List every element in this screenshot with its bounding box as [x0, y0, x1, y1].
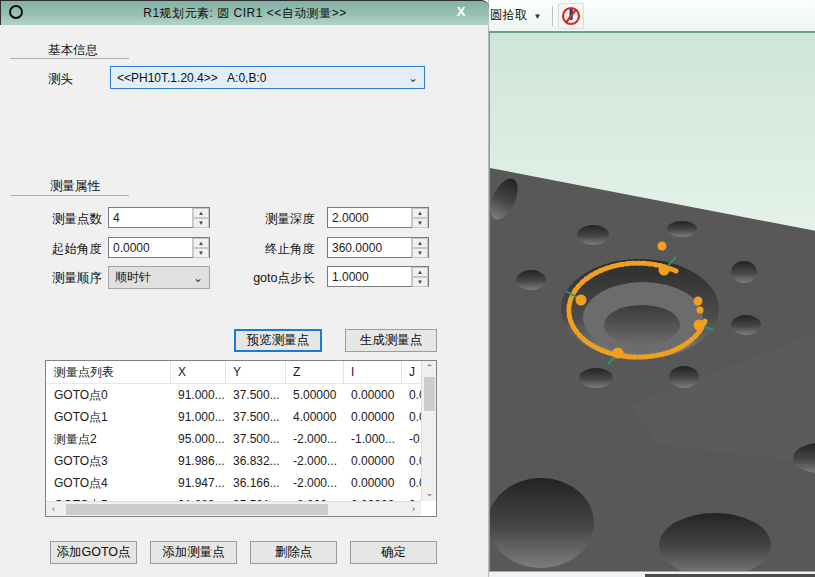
main-app-pane: 圆拾取 ▼ — [489, 0, 815, 577]
spin-up-icon[interactable]: ▲ — [193, 208, 209, 218]
chevron-down-icon[interactable]: ⌄ — [193, 273, 203, 283]
cell-y: 37.500... — [225, 388, 285, 402]
cell-z: 5.00000 — [285, 388, 343, 402]
spin-up-icon[interactable]: ▲ — [412, 267, 428, 277]
table-header-row[interactable]: 测量点列表 X Y Z I J — [46, 361, 421, 384]
scroll-down-icon[interactable]: ⌄ — [422, 486, 437, 501]
table-row[interactable]: GOTO点491.947...36.166...-2.000...0.00000… — [46, 472, 421, 494]
application-window: R1规划元素: 圆 CIR1 <<自动测量>> X 基本信息 测头 <<PH10… — [0, 0, 815, 577]
cell-z: -2.000... — [285, 476, 343, 490]
scroll-up-icon[interactable]: ⌃ — [422, 361, 437, 376]
spin-down-icon[interactable]: ▼ — [412, 218, 428, 228]
table-horizontal-scrollbar[interactable]: ‹ › — [46, 501, 421, 516]
goto-point — [697, 307, 704, 314]
spin-up-icon[interactable]: ▲ — [412, 208, 428, 218]
cell-z: 4.00000 — [285, 410, 343, 424]
scene-3d — [490, 33, 815, 571]
ok-button[interactable]: 确定 — [350, 541, 437, 564]
col-header-j[interactable]: J — [401, 361, 421, 383]
table-body: 测量点列表 X Y Z I J GOTO点091.000...37.500...… — [46, 361, 421, 501]
dialog-title: R1规划元素: 圆 CIR1 <<自动测量>> — [1, 5, 489, 22]
chevron-down-icon[interactable]: ⌄ — [408, 73, 418, 83]
cell-x: 95.000... — [170, 432, 225, 446]
table-vertical-scrollbar[interactable]: ⌃ ⌄ — [421, 361, 436, 501]
cell-name: GOTO点4 — [46, 475, 170, 492]
depth-label: 测量深度 — [235, 211, 315, 228]
viewport-3d[interactable] — [489, 33, 815, 571]
cell-j: 0.00000 — [401, 410, 421, 424]
cell-x: 91.000... — [170, 410, 225, 424]
app-toolbar: 圆拾取 ▼ — [489, 0, 815, 33]
table-row[interactable]: GOTO点191.000...37.500...4.000000.000000.… — [46, 406, 421, 428]
scroll-left-icon[interactable]: ‹ — [46, 502, 61, 517]
hole — [579, 368, 613, 388]
cell-z: -2.000... — [285, 454, 343, 468]
hole — [731, 315, 761, 335]
col-header-x[interactable]: X — [170, 361, 225, 383]
large-hole — [490, 478, 594, 568]
cell-j: 0.00000 — [401, 388, 421, 402]
spin-down-icon[interactable]: ▼ — [193, 248, 209, 258]
spin-down-icon[interactable]: ▼ — [412, 248, 428, 258]
planning-dialog: R1规划元素: 圆 CIR1 <<自动测量>> X 基本信息 测头 <<PH10… — [0, 0, 489, 577]
point-count-value[interactable]: 4 — [109, 208, 192, 227]
goto-point — [694, 297, 703, 306]
vertical-scroll-thumb[interactable] — [424, 377, 435, 411]
dropdown-caret-icon[interactable]: ▼ — [534, 12, 542, 21]
hole — [577, 225, 609, 245]
table-row[interactable]: GOTO点091.000...37.500...5.000000.000000.… — [46, 384, 421, 406]
cell-j: 0.00000 — [401, 476, 421, 490]
horizontal-scroll-thumb[interactable] — [66, 504, 328, 515]
scroll-right-icon[interactable]: › — [406, 502, 421, 517]
end-angle-spinner[interactable]: 360.0000 ▲▼ — [327, 237, 429, 258]
cell-x: 91.986... — [170, 454, 225, 468]
hole — [516, 270, 546, 290]
spin-up-icon[interactable]: ▲ — [193, 238, 209, 248]
table-row[interactable]: 测量点295.000...37.500...-2.000...-1.000...… — [46, 428, 421, 450]
toolbar-separator — [552, 6, 553, 26]
col-header-name[interactable]: 测量点列表 — [46, 364, 170, 381]
table-row[interactable]: GOTO点591.883...35.501...-2.000...0.00000… — [46, 494, 421, 501]
section-measure-props-line — [10, 195, 129, 196]
dialog-titlebar[interactable]: R1规划元素: 圆 CIR1 <<自动测量>> X — [0, 0, 489, 25]
measure-point-table[interactable]: 测量点列表 X Y Z I J GOTO点091.000...37.500...… — [45, 360, 437, 517]
goto-point — [658, 242, 667, 251]
no-probe-icon — [559, 4, 583, 28]
spin-down-icon[interactable]: ▼ — [412, 277, 428, 287]
generate-points-button[interactable]: 生成测量点 — [345, 329, 437, 352]
end-angle-value[interactable]: 360.0000 — [328, 238, 411, 257]
order-combobox[interactable]: 顺时针 ⌄ — [108, 266, 210, 289]
close-icon[interactable]: X — [451, 4, 471, 22]
table-row[interactable]: GOTO点391.986...36.832...-2.000...0.00000… — [46, 450, 421, 472]
circle-pick-button[interactable]: 圆拾取 — [490, 7, 528, 24]
spin-down-icon[interactable]: ▼ — [193, 218, 209, 228]
section-measure-props: 测量属性 — [50, 178, 100, 195]
point-count-spinner[interactable]: 4 ▲▼ — [108, 207, 210, 228]
col-header-i[interactable]: I — [343, 361, 401, 383]
start-angle-spinner[interactable]: 0.0000 ▲▼ — [108, 237, 210, 258]
spin-up-icon[interactable]: ▲ — [412, 238, 428, 248]
depth-value[interactable]: 2.0000 — [328, 208, 411, 227]
probe-combobox[interactable]: <<PH10T.1.20.4>> A:0,B:0 ⌄ — [110, 66, 425, 89]
goto-step-value[interactable]: 1.0000 — [328, 267, 411, 286]
status-strip — [489, 571, 815, 577]
cell-i: 0.00000 — [343, 476, 401, 490]
end-angle-label: 终止角度 — [235, 241, 315, 258]
probe-disable-button[interactable] — [558, 3, 584, 29]
start-angle-value[interactable]: 0.0000 — [109, 238, 192, 257]
order-label: 测量顺序 — [52, 270, 102, 287]
delete-point-button[interactable]: 删除点 — [250, 541, 337, 564]
preview-points-button[interactable]: 预览测量点 — [234, 329, 322, 352]
measure-point — [694, 320, 705, 331]
cell-i: 0.00000 — [343, 388, 401, 402]
add-goto-point-button[interactable]: 添加GOTO点 — [50, 541, 137, 564]
cell-name: GOTO点0 — [46, 387, 170, 404]
col-header-y[interactable]: Y — [225, 361, 285, 383]
cell-z: -2.000... — [285, 432, 343, 446]
col-header-z[interactable]: Z — [285, 361, 343, 383]
measure-point — [576, 295, 587, 306]
depth-spinner[interactable]: 2.0000 ▲▼ — [327, 207, 429, 228]
goto-step-spinner[interactable]: 1.0000 ▲▼ — [327, 266, 429, 287]
add-measure-point-button[interactable]: 添加测量点 — [150, 541, 237, 564]
measure-point — [613, 348, 624, 359]
